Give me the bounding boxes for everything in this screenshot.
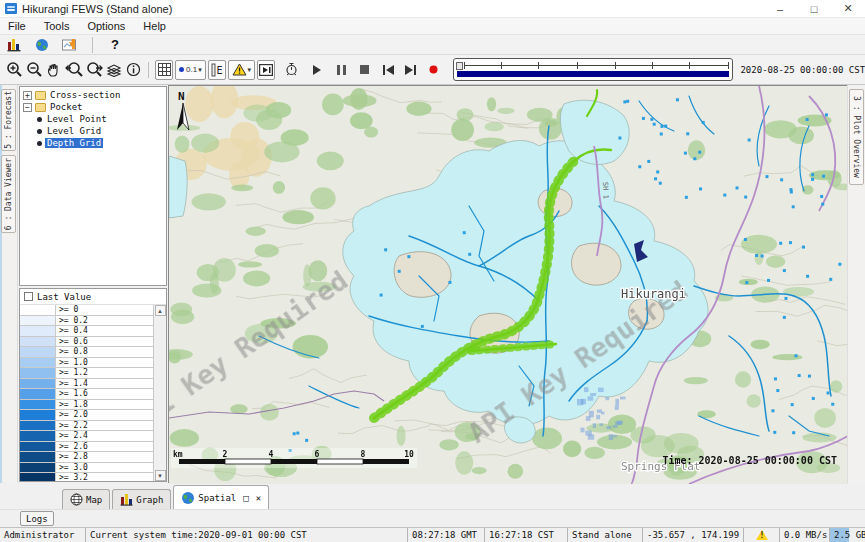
current-datetime-label: 2020-08-25 00:00:00 CST — [740, 65, 865, 75]
pan-hand-icon[interactable] — [45, 60, 63, 80]
tab-spatial[interactable]: Spatial □ ✕ — [173, 485, 269, 509]
svg-text:E: E — [216, 65, 222, 76]
tree-node-cross-section[interactable]: + Cross-section — [22, 89, 166, 101]
map-toolbar: 0.1 ▾ E ▾ 2020-08-25 00 — [0, 55, 865, 85]
road-label-sh1: SH 1 — [601, 182, 610, 199]
class-interval-dropdown[interactable]: 0.1 ▾ — [175, 60, 206, 80]
zoom-out-icon[interactable] — [26, 60, 44, 80]
menu-file[interactable]: File — [6, 20, 28, 32]
legend-row: >= 2.2 — [20, 421, 153, 432]
stop-button[interactable] — [356, 60, 374, 80]
legend-row: >= 1.2 — [20, 368, 153, 379]
legend-swatch — [20, 326, 56, 336]
legend-threshold: >= 2.8 — [56, 452, 153, 462]
bar-chart-icon — [120, 493, 133, 506]
legend-swatch — [20, 379, 56, 389]
expand-icon[interactable]: + — [23, 91, 32, 100]
time-slider-track — [464, 65, 729, 66]
float-tab-icon[interactable]: □ — [243, 493, 248, 503]
svg-text:2: 2 — [223, 450, 228, 459]
help-button[interactable]: ? — [105, 35, 125, 55]
time-slider-thumb[interactable] — [456, 62, 463, 70]
svg-text:N: N — [178, 90, 185, 103]
legend-swatch — [20, 400, 56, 410]
tree-node-level-grid[interactable]: Level Grid — [22, 125, 166, 137]
legend-swatch — [20, 463, 56, 473]
legend-scrollbar[interactable]: ▲ ▼ — [153, 305, 166, 481]
record-button[interactable] — [425, 60, 443, 80]
last-value-label: Last Value — [37, 292, 91, 302]
svg-text:4: 4 — [269, 450, 274, 459]
legend-swatch — [20, 337, 56, 347]
legend-swatch — [20, 473, 56, 481]
time-marker-icon[interactable] — [283, 60, 301, 80]
legend-panel: Last Value >= 0 >= 0.2 — [19, 288, 167, 482]
timeseries-display-icon[interactable] — [60, 35, 80, 55]
window-title: Hikurangi FEWS (Stand alone) — [22, 3, 172, 15]
legend-threshold: >= 0.4 — [56, 326, 153, 336]
legend-swatch — [20, 389, 56, 399]
legend-swatch — [20, 431, 56, 441]
logs-button[interactable]: Logs — [20, 511, 54, 526]
legend-row: >= 0 — [20, 305, 153, 316]
info-icon[interactable] — [125, 60, 143, 80]
close-tab-icon[interactable]: ✕ — [256, 493, 261, 503]
tab-data-viewer[interactable]: 6 : Data Viewer — [1, 155, 16, 233]
tab-graph[interactable]: Graph — [112, 489, 171, 509]
legend-threshold: >= 0 — [56, 305, 153, 315]
close-button[interactable]: ✕ — [831, 0, 865, 17]
legend-swatch — [20, 358, 56, 368]
map-canvas[interactable]: API Key Required API Key Required Hikura… — [169, 86, 848, 484]
tree-node-level-point[interactable]: Level Point — [22, 113, 166, 125]
legend-threshold: >= 1.8 — [56, 400, 153, 410]
pause-button[interactable] — [332, 60, 350, 80]
tab-plot-overview[interactable]: 3 : Plot Overview — [849, 89, 864, 185]
status-gmt-time: 08:27:18 GMT — [408, 528, 485, 542]
scroll-down-icon[interactable]: ▼ — [155, 470, 166, 481]
tab-map[interactable]: Map — [62, 489, 110, 509]
warning-layer-dropdown[interactable]: ▾ — [228, 60, 256, 80]
blue-globe-icon — [181, 491, 195, 505]
legend-threshold: >= 2.0 — [56, 410, 153, 420]
legend-row: >= 0.6 — [20, 337, 153, 348]
animation-panel-button[interactable] — [257, 60, 275, 80]
legend-threshold: >= 0.2 — [56, 316, 153, 326]
grid-toggle-button[interactable] — [155, 60, 173, 80]
step-back-button[interactable] — [380, 60, 398, 80]
collapse-icon[interactable]: − — [23, 103, 32, 112]
menu-options[interactable]: Options — [85, 20, 127, 32]
menu-tools[interactable]: Tools — [42, 20, 72, 32]
tree-node-depth-grid[interactable]: Depth Grid — [22, 137, 166, 149]
tab-forecast[interactable]: 5 : Forecast — [1, 89, 16, 151]
step-forward-button[interactable] — [401, 60, 419, 80]
database-bars-icon[interactable] — [4, 35, 24, 55]
time-slider[interactable] — [453, 58, 734, 81]
legend-row: >= 1.6 — [20, 389, 153, 400]
menu-help[interactable]: Help — [141, 20, 168, 32]
zoom-previous-icon[interactable] — [65, 60, 83, 80]
layers-icon[interactable] — [105, 60, 123, 80]
interval-dot-icon — [179, 67, 184, 72]
maximize-button[interactable]: □ — [797, 0, 831, 17]
svg-text:6: 6 — [315, 450, 320, 459]
logs-row: Logs — [0, 509, 865, 527]
last-value-checkbox[interactable] — [24, 292, 33, 301]
zoom-in-icon[interactable] — [6, 60, 24, 80]
zoom-next-icon[interactable] — [85, 60, 103, 80]
status-memory: 2.5 GB — [830, 528, 865, 542]
spatial-map[interactable]: API Key Required API Key Required Hikura… — [168, 85, 847, 483]
legend-row: >= 2.6 — [20, 442, 153, 453]
legend-swatch — [20, 442, 56, 452]
scroll-up-icon[interactable]: ▲ — [155, 305, 166, 316]
play-button[interactable] — [309, 60, 327, 80]
globe-explorer-icon[interactable] — [32, 35, 52, 55]
tree-node-pocket[interactable]: − Pocket — [22, 101, 166, 113]
status-warning-cell[interactable] — [744, 528, 780, 542]
app-icon — [5, 3, 17, 14]
legend-toggle-button[interactable]: E — [208, 60, 226, 80]
wire-globe-icon — [70, 493, 83, 506]
toolbar-separator — [92, 37, 93, 53]
window-controls: – □ ✕ — [763, 0, 865, 17]
legend-swatch — [20, 347, 56, 357]
minimize-button[interactable]: – — [763, 0, 797, 17]
